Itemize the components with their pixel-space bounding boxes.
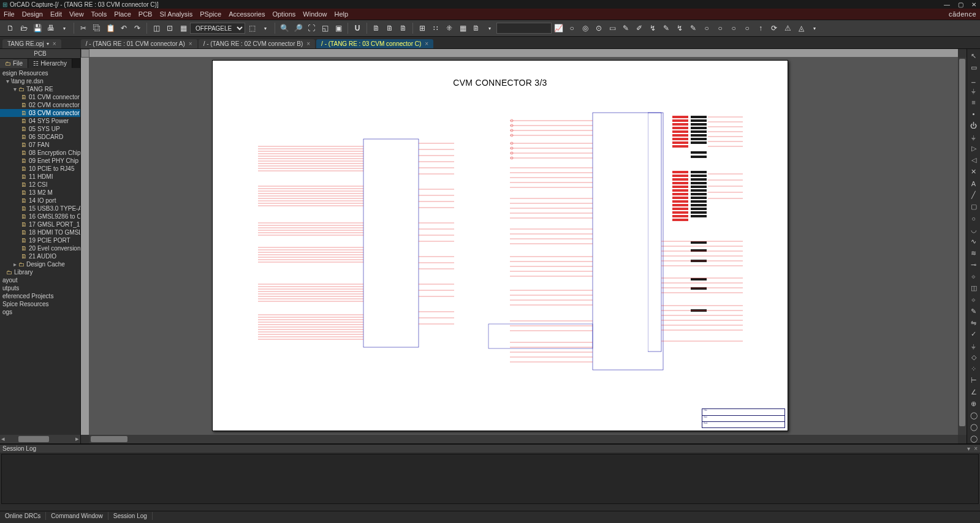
print-icon[interactable]: 🖶 — [45, 23, 56, 34]
ground-tool-icon[interactable]: ⏚ — [969, 133, 979, 142]
edit6-icon[interactable]: ✎ — [688, 23, 699, 34]
cut-icon[interactable]: ✂ — [78, 23, 89, 34]
misc2-tool-icon[interactable]: ◯ — [969, 423, 979, 432]
panel-minimize-icon[interactable]: ▾ — [967, 445, 970, 452]
tree-page[interactable]: 🗎21 AUDIO — [0, 252, 80, 260]
tree-library[interactable]: 🗀Library — [0, 268, 80, 276]
redo-icon[interactable]: ↷ — [132, 23, 143, 34]
edit1-icon[interactable]: ✎ — [620, 23, 631, 34]
save-icon[interactable]: 💾 — [32, 23, 43, 34]
offpage-tool-icon[interactable]: ◁ — [969, 156, 979, 165]
close-icon[interactable]: × — [306, 40, 310, 47]
tag-tool-icon[interactable]: ◇ — [969, 353, 979, 362]
canvas-hscroll[interactable] — [89, 435, 958, 443]
netname-dropdown[interactable]: OFFPAGELEFT-L — [190, 23, 245, 34]
shape3-icon[interactable]: ○ — [728, 23, 739, 34]
tab-page-02[interactable]: / - (TANG RE : 02 CVM connector B)× — [199, 39, 315, 48]
tree-page[interactable]: 🗎19 PCIE PORT — [0, 236, 80, 244]
menu-pspice[interactable]: PSpice — [200, 10, 221, 18]
magnet-icon[interactable]: U — [352, 23, 363, 34]
measure-tool-icon[interactable]: ⟐ — [969, 272, 979, 281]
ellipse-tool-icon[interactable]: ○ — [969, 214, 979, 223]
menu-design[interactable]: Design — [22, 10, 43, 18]
crosshair-tool-icon[interactable]: ⊕ — [969, 399, 979, 408]
edit3-icon[interactable]: ↯ — [647, 23, 658, 34]
tree-dsn[interactable]: ▾\tang re.dsn — [0, 77, 80, 85]
polyline-tool-icon[interactable]: ∿ — [969, 237, 979, 246]
menu-edit[interactable]: Edit — [50, 10, 62, 18]
new-icon[interactable]: 🗋 — [5, 23, 16, 34]
image-tool-icon[interactable]: ◫ — [969, 284, 979, 293]
copy-icon[interactable]: ⿻ — [91, 23, 102, 34]
orthogonal-tool-icon[interactable]: ⊢ — [969, 376, 979, 385]
tree-page[interactable]: 🗎04 SYS Power — [0, 117, 80, 125]
text-tool-icon[interactable]: A — [969, 179, 979, 188]
canvas-vscroll[interactable] — [958, 58, 967, 435]
pin-tool-icon[interactable]: ⊸ — [969, 260, 979, 269]
sidebar-tab-file[interactable]: 🗀File — [0, 59, 28, 68]
tree-page[interactable]: 🗎11 HDMI — [0, 173, 80, 181]
tab-page-01[interactable]: / - (TANG RE : 01 CVM connector A)× — [81, 39, 197, 48]
power-tool-icon[interactable]: ⏻ — [969, 121, 979, 130]
tree-page[interactable]: 🗎02 CVM connector B — [0, 101, 80, 109]
circle2-icon[interactable]: ◎ — [580, 23, 591, 34]
tree-other[interactable]: ogs — [0, 308, 80, 316]
tree-other[interactable]: eferenced Projects — [0, 292, 80, 300]
menu-place[interactable]: Place — [114, 10, 131, 18]
refresh-icon[interactable]: ⟳ — [769, 23, 780, 34]
status-tab-drcs[interactable]: Online DRCs — [0, 512, 46, 520]
sig-tool-icon[interactable]: ≋ — [969, 249, 979, 258]
wire-tool-icon[interactable]: ⎯ — [969, 75, 979, 84]
line-tool-icon[interactable]: ╱ — [969, 190, 979, 200]
bookmark-tool-icon[interactable]: ⟐ — [969, 295, 979, 304]
noerc-tool-icon[interactable]: ✕ — [969, 167, 979, 176]
snap-icon[interactable]: ∷ — [430, 23, 441, 34]
tree-page[interactable]: 🗎20 Evel conversion — [0, 244, 80, 252]
dropdown3-icon[interactable]: ▾ — [484, 23, 495, 34]
dropdown-arrow-icon[interactable]: ▾ — [59, 23, 70, 34]
rect-icon[interactable]: ▭ — [607, 23, 618, 34]
open-icon[interactable]: 🗁 — [18, 23, 29, 34]
report-icon[interactable]: 🗎 — [471, 23, 482, 34]
junction-tool-icon[interactable]: • — [969, 110, 979, 119]
menu-tools[interactable]: Tools — [91, 10, 107, 18]
tree-design-cache[interactable]: ▸🗀Design Cache — [0, 260, 80, 268]
tree-page[interactable]: 🗎18 HDMI TO GMSL — [0, 228, 80, 236]
tree-root[interactable]: esign Resources — [0, 69, 80, 77]
tree-page[interactable]: 🗎06 SDCARD — [0, 133, 80, 141]
tree-page[interactable]: 🗎10 PCIE to RJ45 — [0, 165, 80, 173]
tree-other[interactable]: Spice Resources — [0, 300, 80, 308]
mirror-tool-icon[interactable]: ⇋ — [969, 318, 979, 328]
tree-page[interactable]: 🗎16 GMSL9286 to CSI2 — [0, 213, 80, 220]
minimize-button[interactable]: — — [943, 1, 951, 8]
zoom-area-icon[interactable]: ◱ — [319, 23, 330, 34]
edit5-icon[interactable]: ↯ — [674, 23, 685, 34]
shape2-icon[interactable]: ○ — [715, 23, 726, 34]
menu-file[interactable]: File — [4, 10, 15, 18]
project-tree[interactable]: esign Resources ▾\tang re.dsn ▾🗀TANG RE … — [0, 68, 80, 435]
menu-pcb[interactable]: PCB — [139, 10, 153, 18]
session-log-body[interactable] — [1, 454, 979, 504]
schematic-page[interactable]: CVM CONNECTOR 3/3 — [212, 60, 788, 431]
zoom-in-icon[interactable]: 🔍 — [279, 23, 290, 34]
select-tool-icon[interactable]: ↖ — [969, 51, 979, 61]
snapangle-tool-icon[interactable]: ∠ — [969, 388, 979, 397]
sidebar-hscroll[interactable]: ◂ ▸ — [0, 435, 80, 443]
zoom-fit-icon[interactable]: ⛶ — [306, 23, 317, 34]
chart-icon[interactable]: 📈 — [553, 23, 564, 34]
tree-page[interactable]: 🗎07 FAN — [0, 141, 80, 149]
tree-page[interactable]: 🗎12 CSI — [0, 181, 80, 189]
menu-si-analysis[interactable]: SI Analysis — [159, 10, 192, 18]
menu-view[interactable]: View — [69, 10, 84, 18]
edit2-icon[interactable]: ✐ — [634, 23, 645, 34]
net-tool-icon[interactable]: ⏚ — [969, 86, 979, 96]
circle1-icon[interactable]: ○ — [566, 23, 577, 34]
undo-icon[interactable]: ↶ — [118, 23, 129, 34]
menu-window[interactable]: Window — [303, 10, 327, 18]
menu-help[interactable]: Help — [334, 10, 348, 18]
tool-c-icon[interactable]: ▦ — [178, 23, 189, 34]
misc3-tool-icon[interactable]: ◯ — [969, 434, 979, 443]
tree-other[interactable]: utputs — [0, 284, 80, 292]
tree-page[interactable]: 🗎08 Encryption Chip — [0, 149, 80, 157]
zoom-sheet-icon[interactable]: ▣ — [333, 23, 344, 34]
